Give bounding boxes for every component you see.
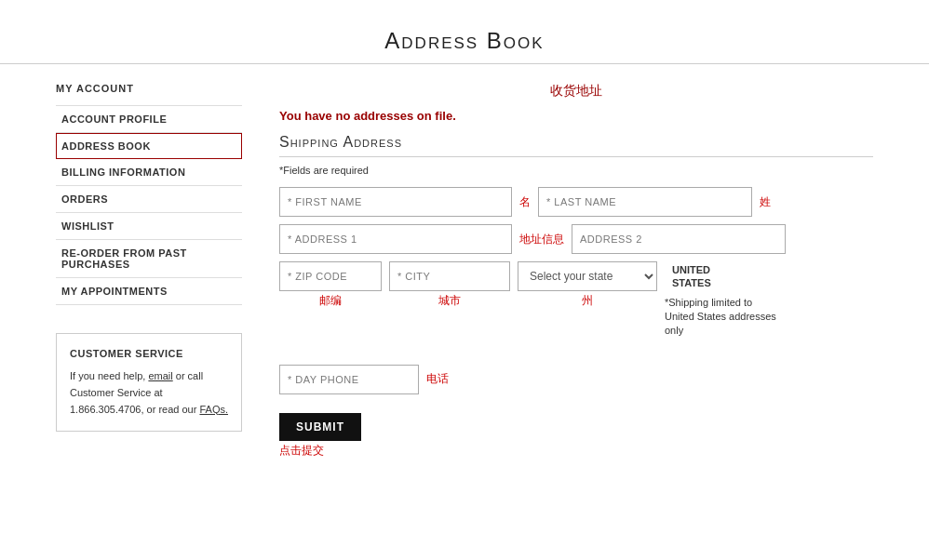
submit-group: Submit 点击提交 [279,402,873,459]
sidebar-link-appointments[interactable]: My Appointments [56,278,242,304]
city-group: 城市 [389,261,510,309]
state-group: Select your state Alabama Alaska Arizona… [518,261,657,309]
zip-annotation: 邮编 [279,293,382,309]
name-row: 名 姓 [279,187,873,217]
sidebar-item-billing[interactable]: Billing Information [56,159,242,186]
first-name-annotation: 名 [519,194,531,210]
address2-input[interactable] [572,224,786,254]
sidebar-item-orders[interactable]: Orders [56,186,242,213]
sidebar-link-billing[interactable]: Billing Information [56,159,242,185]
sidebar-link-address-book[interactable]: Address Book [56,133,242,159]
cs-text-part1: If you need help, [70,370,148,381]
address-row: 地址信息 [279,224,873,254]
customer-service-box: Customer Service If you need help, email… [56,333,242,432]
sidebar-item-address-book[interactable]: Address Book [56,133,242,159]
country-group: UNITEDSTATES *Shipping limited to United… [665,261,776,339]
submit-annotation: 点击提交 [279,443,873,459]
content-area: 收货地址 You have no addresses on file. Ship… [279,83,873,459]
cs-faqs-link[interactable]: FAQs. [199,404,228,415]
address1-input[interactable] [279,224,512,254]
last-name-input[interactable] [538,187,752,217]
cs-email-link[interactable]: email [148,370,172,381]
sidebar-link-account-profile[interactable]: Account Profile [56,106,242,132]
page-title-area: Address Book [0,0,929,64]
main-layout: My Account Account Profile Address Book … [0,64,929,477]
city-input[interactable] [389,261,510,291]
page-title: Address Book [0,28,929,54]
phone-annotation: 电话 [426,371,449,387]
customer-service-title: Customer Service [70,347,228,361]
address1-annotation: 地址信息 [519,232,564,247]
shipping-address-title: Shipping Address [279,134,873,157]
chinese-subtitle: 收货地址 [279,83,873,100]
submit-button[interactable]: Submit [279,413,361,441]
sidebar-item-wishlist[interactable]: Wishlist [56,213,242,240]
zip-group: 邮编 [279,261,382,309]
zip-city-state-row: 邮编 城市 Select your state Alabama Alaska A… [279,261,873,339]
state-select[interactable]: Select your state Alabama Alaska Arizona… [518,261,657,291]
sidebar-link-orders[interactable]: Orders [56,186,242,212]
sidebar-link-reorder[interactable]: Re-Order From Past Purchases [56,240,242,277]
shipping-note: *Shipping limited to United States addre… [665,296,776,339]
required-note: *Fields are required [279,165,873,176]
sidebar-nav: Account Profile Address Book Billing Inf… [56,105,242,305]
address2-group [572,224,786,254]
customer-service-text: If you need help, email or call Customer… [70,368,228,418]
phone-row: 电话 [279,365,873,394]
first-name-group: 名 [279,187,531,217]
sidebar-link-wishlist[interactable]: Wishlist [56,213,242,239]
shipping-form: 名 姓 地址信息 [279,187,873,459]
page-wrapper: Address Book My Account Account Profile … [0,0,929,560]
sidebar-item-appointments[interactable]: My Appointments [56,278,242,305]
sidebar-item-account-profile[interactable]: Account Profile [56,106,242,133]
sidebar-section-title: My Account [56,83,242,94]
city-annotation: 城市 [389,293,510,309]
first-name-input[interactable] [279,187,512,217]
zip-input[interactable] [279,261,382,291]
sidebar: My Account Account Profile Address Book … [56,83,242,459]
state-annotation: 州 [518,293,657,309]
no-addresses-msg: You have no addresses on file. [279,109,873,123]
address1-group: 地址信息 [279,224,564,254]
sidebar-item-reorder[interactable]: Re-Order From Past Purchases [56,240,242,278]
last-name-annotation: 姓 [760,194,771,210]
day-phone-input[interactable] [279,365,419,394]
phone-group: 电话 [279,365,449,394]
country-label: UNITEDSTATES [665,261,776,292]
last-name-group: 姓 [538,187,771,217]
